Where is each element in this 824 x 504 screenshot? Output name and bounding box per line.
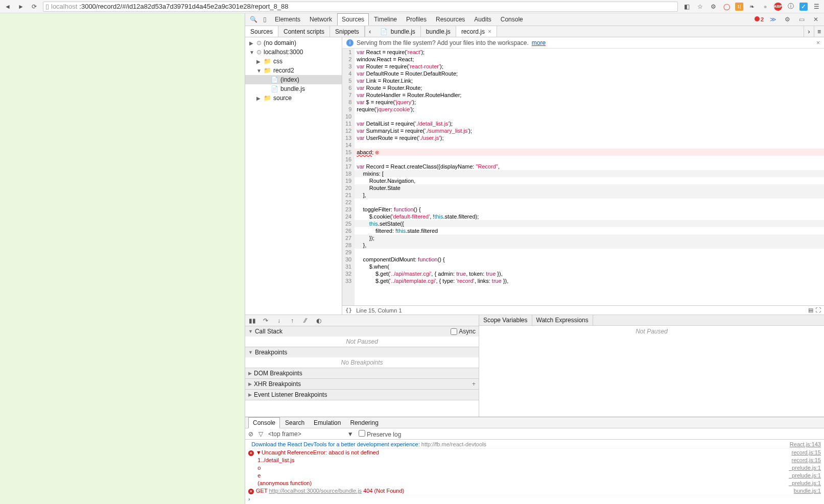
dock-icon[interactable]: ▭ — [796, 14, 807, 25]
nav-label: (index) — [280, 76, 299, 83]
check-icon[interactable]: ✓ — [799, 3, 808, 11]
nav-label: source — [273, 94, 292, 102]
tab-resources[interactable]: Resources — [432, 14, 469, 25]
clear-console-icon[interactable]: ⊘ — [248, 430, 253, 438]
filetab-bundle2[interactable]: bundle.js — [421, 26, 456, 37]
close-devtools-icon[interactable]: ✕ — [811, 14, 821, 25]
nav-label: bundle.js — [280, 85, 305, 92]
tab-timeline[interactable]: Timeline — [370, 14, 401, 25]
tab-scroll-right[interactable]: › — [804, 26, 814, 37]
nav-item[interactable]: 📄(index) — [245, 75, 342, 84]
evernote-icon[interactable]: ❧ — [747, 2, 757, 11]
abp-icon[interactable]: ABP — [774, 3, 782, 11]
pause-exception-icon[interactable]: ◐ — [315, 317, 323, 325]
nav-label: (no domain) — [264, 39, 296, 46]
sidebar-toggle-icon[interactable]: ▤ — [808, 307, 813, 314]
forward-button[interactable]: ► — [16, 2, 26, 11]
code-editor[interactable]: 1234567891011121314151617181920212223242… — [342, 49, 824, 305]
nav-item[interactable]: ▼📁record2 — [245, 66, 342, 75]
frame-selector[interactable]: <top frame> ▼ — [268, 430, 354, 438]
call-stack-section[interactable]: ▼Call Stack Async Not Paused — [245, 326, 479, 347]
tab-profiles[interactable]: Profiles — [402, 14, 431, 25]
file-icon: 📄 — [271, 76, 278, 83]
cursor-position: Line 15, Column 1 — [356, 307, 402, 314]
cloud-icon: ⊙ — [256, 39, 262, 46]
format-icon[interactable]: {} — [345, 307, 352, 314]
line-gutter[interactable]: 1234567891011121314151617181920212223242… — [342, 49, 355, 305]
tab-elements[interactable]: Elements — [271, 14, 304, 25]
expand-icon[interactable]: ⛶ — [815, 307, 821, 314]
tab-sources[interactable]: Sources — [337, 13, 369, 26]
settings-icon[interactable]: ⚙ — [782, 14, 792, 25]
folder-icon: 📁 — [264, 67, 271, 74]
star-icon[interactable]: ☆ — [695, 2, 704, 11]
cloud-icon: ⊙ — [256, 49, 262, 56]
notice-link[interactable]: more — [532, 39, 546, 46]
nav-item[interactable]: ▶📁css — [245, 57, 342, 66]
step-into-icon[interactable]: ↓ — [275, 317, 283, 325]
gear-icon[interactable]: ⚙ — [709, 2, 718, 11]
url-bar[interactable]: ▯ localhost:3000/record2/#/id12a82d53a7d… — [43, 2, 678, 12]
file-icon: 📄 — [271, 85, 278, 92]
reload-button[interactable]: ⟳ — [30, 2, 39, 11]
notice-close-icon[interactable]: × — [816, 39, 820, 46]
subtab-snippets[interactable]: Snippets — [330, 26, 365, 37]
drawer-icon[interactable]: ≫ — [768, 14, 778, 25]
error-badge[interactable]: 2 — [755, 16, 764, 22]
add-xhr-icon[interactable]: + — [472, 380, 476, 388]
tab-list-icon[interactable]: ≡ — [814, 26, 824, 37]
console-body[interactable]: Download the React DevTools for a better… — [245, 440, 824, 504]
nav-label: localhost:3000 — [264, 49, 303, 56]
filter-icon[interactable]: ▽ — [258, 430, 263, 438]
debug-toolbar: ▮▮ ↷ ↓ ↑ ⁄⁄ ◐ — [245, 315, 479, 326]
deactivate-breakpoints-icon[interactable]: ⁄⁄ — [301, 317, 310, 325]
menu-icon[interactable]: ☰ — [812, 2, 821, 11]
tab-console[interactable]: Console — [497, 14, 527, 25]
url-host: localhost — [51, 3, 77, 10]
page-icon: ▯ — [45, 3, 49, 10]
watch-expressions-tab[interactable]: Watch Expressions — [532, 315, 593, 325]
scope-variables-tab[interactable]: Scope Variables — [479, 315, 532, 325]
scope-body: Not Paused — [479, 326, 824, 417]
nav-item[interactable]: 📄bundle.js — [245, 84, 342, 93]
drawer-tab-rendering[interactable]: Rendering — [346, 418, 382, 428]
breakpoints-section[interactable]: ▼Breakpoints No Breakpoints — [245, 347, 479, 368]
pause-icon[interactable]: ▮▮ — [248, 317, 256, 325]
browser-toolbar: ◄ ► ⟳ ▯ localhost:3000/record2/#/id12a82… — [0, 0, 824, 13]
folder-icon: 📁 — [264, 58, 271, 65]
nav-item[interactable]: ▶⊙(no domain) — [245, 38, 342, 47]
subtab-sources[interactable]: Sources — [245, 26, 278, 37]
close-tab-icon[interactable]: × — [488, 28, 491, 35]
panel-icon[interactable]: ◧ — [682, 2, 691, 11]
navigator-pane[interactable]: ▶⊙(no domain)▼⊙localhost:3000▶📁css▼📁reco… — [245, 37, 342, 315]
preserve-log-checkbox[interactable]: Preserve log — [359, 430, 402, 438]
console-drawer: Console Search Emulation Rendering ⊘ ▽ <… — [245, 417, 824, 504]
filetab-bundle1[interactable]: 📄bundle.js — [375, 26, 421, 37]
back-button[interactable]: ◄ — [3, 2, 12, 11]
nav-item[interactable]: ▶📁source — [245, 93, 342, 103]
code-content[interactable]: var React = require('react');window.Reac… — [355, 49, 824, 305]
drawer-tab-console[interactable]: Console — [248, 417, 280, 428]
event-listener-breakpoints-section[interactable]: ▶Event Listener Breakpoints — [245, 390, 479, 400]
dom-breakpoints-section[interactable]: ▶DOM Breakpoints — [245, 368, 479, 379]
info-icon[interactable]: ⓘ — [786, 2, 795, 11]
device-icon[interactable]: ▯ — [260, 14, 270, 25]
tab-audits[interactable]: Audits — [470, 14, 495, 25]
ublock-icon[interactable]: ◯ — [722, 2, 731, 11]
step-over-icon[interactable]: ↷ — [262, 317, 270, 325]
filetab-record[interactable]: record.js× — [456, 26, 497, 37]
page-content — [0, 13, 245, 504]
tab-network[interactable]: Network — [305, 14, 336, 25]
drawer-tab-emulation[interactable]: Emulation — [310, 418, 345, 428]
xhr-breakpoints-section[interactable]: ▶XHR Breakpoints+ — [245, 379, 479, 390]
globe-icon[interactable]: ● — [761, 2, 770, 11]
step-out-icon[interactable]: ↑ — [288, 317, 296, 325]
drawer-tab-search[interactable]: Search — [281, 418, 309, 428]
nav-item[interactable]: ▼⊙localhost:3000 — [245, 47, 342, 57]
tab-scroll-left[interactable]: ‹ — [365, 26, 375, 37]
onepass-icon[interactable]: 1| — [735, 3, 743, 11]
async-checkbox[interactable] — [451, 328, 457, 335]
console-prompt[interactable]: › — [248, 495, 250, 503]
subtab-content-scripts[interactable]: Content scripts — [278, 26, 330, 37]
search-icon[interactable]: 🔍 — [248, 14, 258, 25]
